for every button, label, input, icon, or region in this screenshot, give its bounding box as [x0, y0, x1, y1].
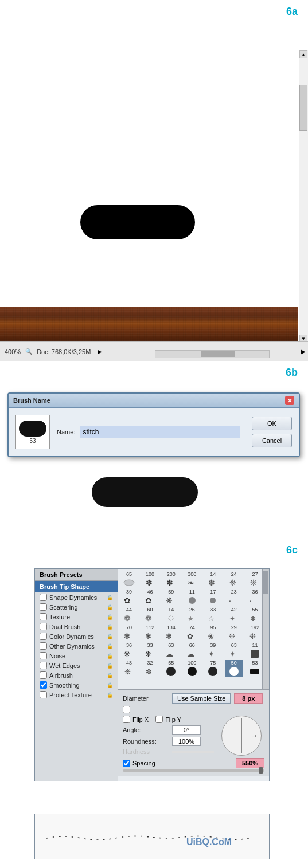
- svg-point-11: [210, 598, 216, 603]
- shape-dynamics-row[interactable]: Shape Dynamics 🔒: [35, 592, 118, 602]
- brush-cell-7[interactable]: 27❊: [246, 571, 263, 588]
- svg-text:❊: ❊: [229, 632, 235, 641]
- brush-cell-18[interactable]: 26★: [184, 607, 201, 624]
- brush-cell-1[interactable]: 65: [120, 571, 138, 588]
- brush-cell-8[interactable]: 39✿: [120, 589, 138, 606]
- horizontal-scrollbar[interactable]: [155, 350, 270, 358]
- ok-button[interactable]: OK: [252, 417, 292, 430]
- brush-cell-14[interactable]: 36·: [246, 589, 263, 606]
- flip-y-checkbox[interactable]: [155, 716, 163, 723]
- brush-cell-23[interactable]: 112❃: [142, 625, 159, 642]
- roundness-value: 100%: [172, 737, 201, 746]
- svg-text:❧: ❧: [188, 578, 194, 587]
- brush-cell-12[interactable]: 17: [204, 589, 221, 606]
- protect-texture-label: Protect Texture: [49, 692, 104, 698]
- color-dynamics-checkbox[interactable]: [40, 633, 47, 640]
- noise-row[interactable]: Noise 🔒: [35, 651, 118, 661]
- brush-name-input[interactable]: [80, 426, 240, 438]
- brush-cell-30[interactable]: 33❋: [142, 642, 159, 659]
- brush-cell-32[interactable]: 66☁: [184, 642, 201, 659]
- wet-edges-checkbox[interactable]: [40, 662, 47, 669]
- wet-edges-row[interactable]: Wet Edges 🔒: [35, 661, 118, 670]
- sample-size-button[interactable]: Use Sample Size: [172, 693, 231, 704]
- svg-text:❋: ❋: [166, 596, 173, 605]
- angle-preview[interactable]: →: [221, 716, 262, 756]
- spacing-row: Spacing 550%: [123, 758, 264, 768]
- brush-cell-35[interactable]: 11: [246, 642, 263, 659]
- brush-cell-25[interactable]: 74✿: [184, 625, 201, 642]
- svg-point-39: [208, 667, 217, 676]
- brush-cell-40[interactable]: 75: [204, 660, 221, 677]
- brush-cell-9[interactable]: 46✿: [142, 589, 159, 606]
- protect-texture-checkbox[interactable]: [40, 691, 47, 698]
- brush-cell-15[interactable]: 44❁: [120, 607, 138, 624]
- spacing-slider[interactable]: [123, 769, 264, 772]
- brush-cell-29[interactable]: 36❋: [120, 642, 138, 659]
- flip-x-checkbox[interactable]: [123, 716, 130, 723]
- brush-cell-10[interactable]: 59❋: [162, 589, 180, 606]
- other-dynamics-checkbox[interactable]: [40, 642, 47, 650]
- brush-cell-41[interactable]: 50: [225, 660, 243, 677]
- brush-cell-6[interactable]: 24❊: [225, 571, 243, 588]
- brush-cell-42[interactable]: 53: [246, 660, 263, 677]
- brush-tip-shape-row[interactable]: Brush Tip Shape: [35, 581, 118, 592]
- cancel-button[interactable]: Cancel: [252, 434, 292, 447]
- brush-cell-27[interactable]: 29❊: [225, 625, 243, 642]
- texture-row[interactable]: Texture 🔒: [35, 612, 118, 622]
- roundness-row: Roundness: 100%: [123, 737, 214, 746]
- noise-checkbox[interactable]: [40, 652, 47, 659]
- dual-brush-checkbox[interactable]: [40, 623, 47, 630]
- scrollbar-right[interactable]: ▲ ▼: [299, 50, 308, 343]
- color-dynamics-row[interactable]: Color Dynamics 🔒: [35, 631, 118, 641]
- other-dynamics-row[interactable]: Other Dynamics 🔒: [35, 641, 118, 651]
- scattering-checkbox[interactable]: [40, 603, 47, 611]
- brush-cell-4[interactable]: 300❧: [184, 571, 201, 588]
- texture-checkbox[interactable]: [40, 613, 47, 620]
- smoothing-row[interactable]: Smoothing 🔒: [35, 680, 118, 690]
- lock-icon-6: 🔒: [107, 643, 113, 649]
- brush-cell-24[interactable]: 134❃: [162, 625, 180, 642]
- scroll-right-btn[interactable]: ▶: [299, 346, 308, 357]
- flip-x-item: Flip X: [123, 716, 149, 723]
- dialog-close-button[interactable]: ✕: [285, 396, 294, 405]
- brush-cell-16[interactable]: 60❁: [142, 607, 159, 624]
- brush-cell-22[interactable]: 70❃: [120, 625, 138, 642]
- brush-cell-2[interactable]: 100✽: [142, 571, 159, 588]
- brush-cell-19[interactable]: 33☆: [204, 607, 221, 624]
- protect-texture-row[interactable]: Protect Texture 🔒: [35, 690, 118, 700]
- brush-cell-34[interactable]: 63✦: [225, 642, 243, 659]
- flip-y-item: Flip Y: [155, 716, 181, 723]
- airbrush-checkbox[interactable]: [40, 671, 47, 679]
- grid-scrollbar[interactable]: [262, 569, 269, 689]
- dual-brush-row[interactable]: Dual Brush 🔒: [35, 622, 118, 631]
- brush-cell-11[interactable]: 11: [184, 589, 201, 606]
- brush-cell-21[interactable]: 55✱: [246, 607, 263, 624]
- brush-cell-31[interactable]: 63☁: [162, 642, 180, 659]
- svg-text:❁: ❁: [124, 614, 131, 623]
- svg-text:❀: ❀: [208, 632, 214, 641]
- brush-cell-38[interactable]: 55: [162, 660, 180, 677]
- brush-cell-17[interactable]: 14: [162, 607, 180, 624]
- scattering-row[interactable]: Scattering 🔒: [35, 602, 118, 612]
- spacing-checkbox-row: Spacing: [123, 760, 155, 767]
- brush-cell-39[interactable]: 100: [184, 660, 201, 677]
- nav-arrow[interactable]: ▶: [98, 348, 102, 355]
- airbrush-row[interactable]: Airbrush 🔒: [35, 670, 118, 680]
- brush-cell-3[interactable]: 200✽: [162, 571, 180, 588]
- brush-cell-28[interactable]: 192❊: [246, 625, 263, 642]
- svg-point-38: [188, 667, 197, 676]
- brush-cell-33[interactable]: 39✦: [204, 642, 221, 659]
- brush-cell-13[interactable]: 23·: [225, 589, 243, 606]
- brush-cell-5[interactable]: 14✽: [204, 571, 221, 588]
- grid-scrollbar-thumb[interactable]: [263, 571, 268, 594]
- scrollbar-thumb[interactable]: [299, 85, 307, 131]
- spacing-checkbox[interactable]: [123, 760, 130, 767]
- brush-cell-36[interactable]: 48❊: [120, 660, 138, 677]
- dialog-buttons: OK Cancel: [252, 417, 292, 447]
- brush-cell-26[interactable]: 95❀: [204, 625, 221, 642]
- lock-checkbox[interactable]: [123, 706, 130, 713]
- brush-cell-37[interactable]: 32✽: [142, 660, 159, 677]
- brush-cell-20[interactable]: 42✦: [225, 607, 243, 624]
- smoothing-checkbox[interactable]: [40, 681, 47, 689]
- shape-dynamics-checkbox[interactable]: [40, 594, 47, 601]
